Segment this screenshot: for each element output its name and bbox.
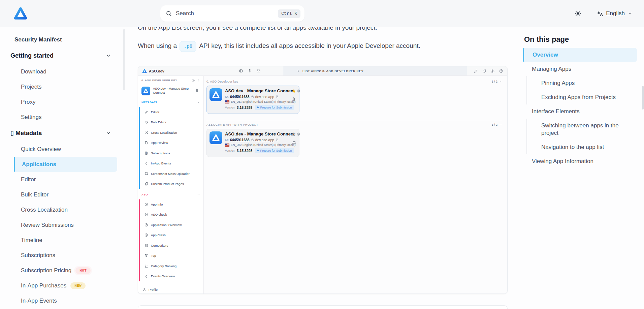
document-icon	[144, 141, 148, 145]
info-icon[interactable]	[297, 89, 300, 93]
toc-item-switching-apps[interactable]: Switching between apps in the project	[527, 119, 637, 140]
sidebar-item-editor[interactable]: Editor	[0, 172, 125, 187]
section-label: Getting started	[10, 52, 54, 59]
shot-menu-competitors[interactable]: Competitors	[138, 240, 203, 251]
shot-menu-application-overview[interactable]: Application: Overview	[138, 220, 203, 230]
shot-menu-category-ranking[interactable]: Category Ranking	[138, 261, 203, 271]
gear-icon[interactable]	[491, 69, 495, 73]
toc-item-viewing-app-info[interactable]: Viewing App Information	[523, 154, 637, 168]
pencil-icon	[144, 110, 148, 114]
shot-menu-editor[interactable]: Editor	[138, 107, 203, 117]
mail-icon[interactable]	[257, 69, 260, 73]
search-bar[interactable]: Ctrl K	[160, 5, 304, 22]
translate-icon	[597, 10, 603, 17]
shot-app-entry[interactable]: ASO.dev - Manage Store Connect	[138, 85, 203, 98]
sidebar-item-proxy[interactable]: Proxy	[0, 94, 125, 110]
star-outline-icon[interactable]	[292, 132, 296, 136]
line-chart-icon	[144, 264, 148, 268]
shot-section-aso[interactable]: ASO	[138, 190, 203, 198]
chevron-right-icon[interactable]	[197, 79, 200, 82]
shot-menu-subscriptions[interactable]: Subscriptions	[138, 148, 203, 158]
panel-toggle-icon[interactable]	[239, 69, 243, 73]
app-id: 6445911688	[230, 138, 250, 142]
help-icon[interactable]	[499, 69, 503, 73]
box-icon	[144, 244, 148, 247]
pin-icon[interactable]	[248, 69, 252, 73]
star-filled-icon[interactable]	[292, 89, 296, 93]
shot-menu-custom-product-pages[interactable]: Custom Product Pages	[138, 179, 203, 189]
shot-menu-in-app-events[interactable]: In-App Events	[138, 158, 203, 169]
new-badge: NEW	[70, 282, 86, 289]
shot-menu-app-info[interactable]: App Info	[138, 199, 203, 210]
shuffle-icon	[144, 131, 148, 134]
shot-menu-app-review[interactable]: App Review	[138, 138, 203, 148]
sidebar-item-cross-localization[interactable]: Cross Localization	[0, 202, 125, 217]
shot-profile[interactable]: Profile	[138, 285, 203, 294]
us-flag-icon	[225, 144, 229, 147]
pagination[interactable]: 1 / 2	[491, 80, 502, 83]
shot-menu-events-overview[interactable]: Events Overview	[138, 271, 203, 282]
toc-item-interface-elements[interactable]: Interface Elements	[523, 104, 637, 119]
toc-title: On this page	[523, 35, 637, 44]
theme-toggle[interactable]	[575, 10, 581, 17]
sidebar-item-applications[interactable]: Applications	[14, 157, 117, 172]
check-circle-icon	[144, 213, 148, 216]
language-selector[interactable]: English	[597, 10, 633, 17]
shot-menu-top[interactable]: Top	[138, 251, 203, 261]
copy-icon[interactable]	[276, 95, 279, 98]
shot-menu-aso-check[interactable]: ASO check	[138, 210, 203, 220]
dollar-document-icon	[144, 151, 148, 155]
search-input[interactable]	[176, 10, 278, 17]
shot-breadcrumb[interactable]: LIST APPS: 0. ASO DEVELOPER KEY	[283, 66, 467, 75]
chevron-left-icon	[297, 69, 300, 72]
app-card[interactable]: ASO.dev - Manage Store Connect ID:644591…	[206, 129, 299, 157]
sidebar-item-timeline[interactable]: Timeline	[0, 233, 125, 248]
shot-menu-app-clash[interactable]: App Clash	[138, 230, 203, 241]
sidebar-item-subscription-pricing[interactable]: Subscription PricingHOT	[0, 263, 125, 278]
page-scrollbar[interactable]	[642, 86, 644, 110]
double-chevron-right-icon[interactable]	[192, 79, 195, 82]
sidebar-item-projects[interactable]: Projects	[0, 79, 125, 94]
toc-item-navigation-app-list[interactable]: Navigation to the app list	[527, 140, 637, 154]
sidebar-item-bulk-editor[interactable]: Bulk Editor	[0, 187, 125, 202]
sidebar-item-download[interactable]: Download	[0, 64, 125, 79]
sidebar-item-settings[interactable]: Settings	[0, 110, 125, 125]
copy-icon[interactable]	[276, 138, 279, 142]
phone-icon	[195, 89, 199, 92]
version-value: 3.15.3293	[237, 105, 253, 110]
search-shortcut: Ctrl K	[278, 9, 300, 18]
hot-badge: HOT	[75, 267, 91, 274]
app-store-icon	[210, 131, 222, 144]
sidebar-section-getting-started[interactable]: Getting started	[0, 47, 125, 64]
info-icon[interactable]	[297, 132, 300, 136]
chevron-down-icon	[499, 80, 502, 83]
sidebar-scrollbar[interactable]	[123, 29, 125, 90]
shot-menu-bulk-editor[interactable]: Bulk Editor	[138, 117, 203, 128]
toc-item-managing-apps[interactable]: Managing Apps	[523, 62, 637, 76]
sidebar-item-in-app-events[interactable]: In-App Events	[0, 293, 125, 308]
sidebar-item-review-submissions[interactable]: Review Submissions	[0, 217, 125, 233]
copy-icon[interactable]	[251, 138, 254, 142]
toc-item-excluding-apps[interactable]: Excluding Apps from Projects	[527, 90, 637, 104]
refresh-icon[interactable]	[482, 69, 486, 73]
copy-icon[interactable]	[251, 95, 254, 98]
sidebar-item-subscriptions[interactable]: Subscriptions	[0, 248, 125, 263]
section-label: Metadata	[15, 130, 42, 136]
shot-topbar: ASO.dev LIST APPS: 0. ASO DEVELOPER KEY	[138, 66, 507, 76]
sidebar-item-quick-overview[interactable]: Quick Overview	[0, 142, 125, 157]
toc-item-overview[interactable]: Overview	[523, 48, 637, 62]
sidebar-item-in-app-purchases[interactable]: In-App PurchasesNEW	[0, 278, 125, 293]
shot-section-metadata[interactable]: METADATA	[138, 98, 203, 106]
sidebar-section-metadata[interactable]: ▯ Metadata	[0, 125, 125, 142]
toc-item-pinning-apps[interactable]: Pinning Apps	[527, 76, 637, 90]
edit-icon[interactable]	[474, 69, 478, 73]
pie-chart-icon	[144, 223, 148, 227]
aso-logo[interactable]	[13, 5, 28, 22]
sidebar-item-security-manifest[interactable]: Security Manifest	[0, 32, 125, 47]
app-card-selected[interactable]: ASO.dev - Manage Store Connect ID:644591…	[206, 86, 299, 114]
pagination[interactable]: 1 / 2	[491, 123, 502, 126]
shot-menu-screenshot-mass-uploader[interactable]: Screenshot Mass Uploader	[138, 168, 203, 179]
shot-menu-cross-localization[interactable]: Cross Localization	[138, 127, 203, 138]
language-label: English	[606, 10, 625, 17]
search-icon	[166, 10, 172, 17]
